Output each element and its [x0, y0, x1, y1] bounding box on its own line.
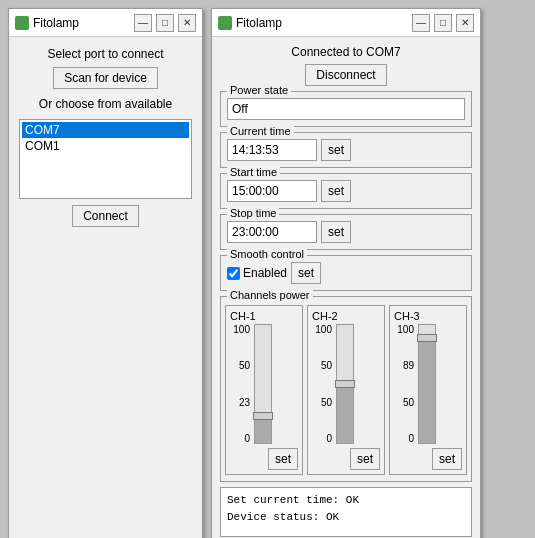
channel-1-thumb[interactable] [253, 412, 273, 420]
enabled-checkbox-label[interactable]: Enabled [227, 266, 287, 280]
current-time-set-button[interactable]: set [321, 139, 351, 161]
disconnect-button[interactable]: Disconnect [305, 64, 386, 86]
stop-time-legend: Stop time [227, 207, 279, 219]
left-close-button[interactable]: ✕ [178, 14, 196, 32]
left-window-title: Fitolamp [33, 16, 130, 30]
channel-2-slider-area: 100 50 50 0 [312, 324, 380, 444]
channel-2-scale-50b: 50 [321, 397, 332, 408]
start-time-set-button[interactable]: set [321, 180, 351, 202]
select-port-label: Select port to connect [19, 47, 192, 61]
left-window: Fitolamp — □ ✕ Select port to connect Sc… [8, 8, 203, 538]
smooth-set-button[interactable]: set [291, 262, 321, 284]
channel-2-set-button[interactable]: set [350, 448, 380, 470]
right-close-button[interactable]: ✕ [456, 14, 474, 32]
left-maximize-button[interactable]: □ [156, 14, 174, 32]
right-maximize-button[interactable]: □ [434, 14, 452, 32]
channel-2-thumb[interactable] [335, 380, 355, 388]
left-app-icon [15, 16, 29, 30]
power-state-legend: Power state [227, 84, 291, 96]
channel-1-fill [255, 416, 271, 443]
channel-2-fill [337, 384, 353, 443]
channels-power-legend: Channels power [227, 289, 313, 301]
channel-2-track[interactable] [336, 324, 354, 444]
channel-1-set-button[interactable]: set [268, 448, 298, 470]
channel-1-scale: 100 50 23 0 [230, 324, 250, 444]
list-item-com7[interactable]: COM7 [22, 122, 189, 138]
channel-1-scale-23: 23 [239, 397, 250, 408]
channel-3-thumb[interactable] [417, 334, 437, 342]
channel-1-box: CH-1 100 50 23 0 [225, 305, 303, 475]
left-window-body: Select port to connect Scan for device O… [9, 37, 202, 237]
connect-button[interactable]: Connect [72, 205, 139, 227]
right-minimize-button[interactable]: — [412, 14, 430, 32]
channel-3-scale-50: 50 [403, 397, 414, 408]
channel-1-set-row: set [230, 448, 298, 470]
channel-3-set-button[interactable]: set [432, 448, 462, 470]
disconnect-btn-row: Disconnect [220, 64, 472, 86]
current-time-legend: Current time [227, 125, 294, 137]
channel-3-set-row: set [394, 448, 462, 470]
channels-power-group: Channels power CH-1 100 50 23 0 [220, 296, 472, 482]
channel-1-label: CH-1 [230, 310, 256, 322]
smooth-control-row: Enabled set [227, 262, 465, 284]
current-time-group: Current time set [220, 132, 472, 168]
scan-btn-row: Scan for device [19, 67, 192, 89]
stop-time-group: Stop time set [220, 214, 472, 250]
channel-2-box: CH-2 100 50 50 0 [307, 305, 385, 475]
stop-time-input[interactable] [227, 221, 317, 243]
connect-btn-row: Connect [19, 205, 192, 227]
power-state-group: Power state [220, 91, 472, 127]
channels-inner: CH-1 100 50 23 0 [225, 305, 467, 475]
channel-3-scale-100: 100 [397, 324, 414, 335]
channel-2-scale: 100 50 50 0 [312, 324, 332, 444]
channel-2-set-row: set [312, 448, 380, 470]
right-title-bar: Fitolamp — □ ✕ [212, 9, 480, 37]
channel-1-scale-100: 100 [233, 324, 250, 335]
start-time-row: set [227, 180, 465, 202]
list-item-com1[interactable]: COM1 [22, 138, 189, 154]
or-choose-label: Or choose from available [19, 97, 192, 111]
channel-2-scale-50: 50 [321, 360, 332, 371]
log-area: Set current time: OK Device status: OK [220, 487, 472, 537]
channel-3-scale: 100 89 50 0 [394, 324, 414, 444]
channel-3-track[interactable] [418, 324, 436, 444]
enabled-label: Enabled [243, 266, 287, 280]
channel-2-scale-100: 100 [315, 324, 332, 335]
start-time-input[interactable] [227, 180, 317, 202]
channel-1-track[interactable] [254, 324, 272, 444]
stop-time-set-button[interactable]: set [321, 221, 351, 243]
channel-3-scale-0: 0 [408, 433, 414, 444]
smooth-control-legend: Smooth control [227, 248, 307, 260]
channel-3-slider-area: 100 89 50 0 [394, 324, 462, 444]
scan-for-device-button[interactable]: Scan for device [53, 67, 158, 89]
start-time-group: Start time set [220, 173, 472, 209]
channel-3-fill [419, 338, 435, 443]
right-window-body: Connected to COM7 Disconnect Power state… [212, 37, 480, 538]
channel-2-label: CH-2 [312, 310, 338, 322]
stop-time-row: set [227, 221, 465, 243]
right-app-icon [218, 16, 232, 30]
channel-3-box: CH-3 100 89 50 0 [389, 305, 467, 475]
left-minimize-button[interactable]: — [134, 14, 152, 32]
channel-1-scale-50: 50 [239, 360, 250, 371]
smooth-control-group: Smooth control Enabled set [220, 255, 472, 291]
log-line-2: Device status: OK [227, 509, 465, 526]
connected-label: Connected to COM7 [220, 45, 472, 59]
current-time-input[interactable] [227, 139, 317, 161]
left-title-bar: Fitolamp — □ ✕ [9, 9, 202, 37]
current-time-row: set [227, 139, 465, 161]
start-time-legend: Start time [227, 166, 280, 178]
right-window: Fitolamp — □ ✕ Connected to COM7 Disconn… [211, 8, 481, 538]
power-state-input[interactable] [227, 98, 465, 120]
channel-3-scale-89: 89 [403, 360, 414, 371]
channel-1-slider-area: 100 50 23 0 [230, 324, 298, 444]
channel-1-scale-0: 0 [244, 433, 250, 444]
right-window-title: Fitolamp [236, 16, 408, 30]
channel-3-label: CH-3 [394, 310, 420, 322]
power-state-row [227, 98, 465, 120]
log-line-1: Set current time: OK [227, 492, 465, 509]
port-listbox[interactable]: COM7 COM1 [19, 119, 192, 199]
enabled-checkbox[interactable] [227, 267, 240, 280]
channel-2-scale-0: 0 [326, 433, 332, 444]
